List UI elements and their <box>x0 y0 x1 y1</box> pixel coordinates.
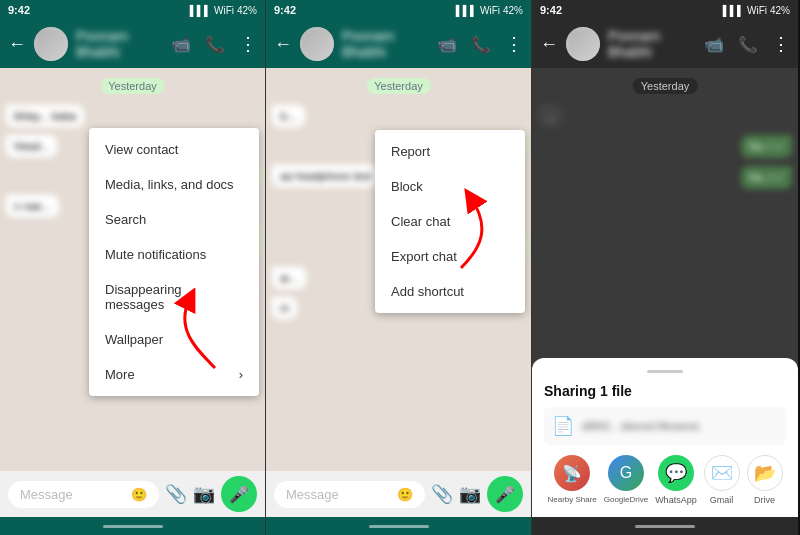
gmail-label: Gmail <box>710 495 734 505</box>
phone-icon-2[interactable]: 📞 <box>471 35 491 54</box>
menu-item-search[interactable]: Search <box>89 202 259 237</box>
menu-item-mute[interactable]: Mute notifications <box>89 237 259 272</box>
home-bar-1 <box>103 525 163 528</box>
msg-row: Na ✓✓ <box>538 132 792 161</box>
menu-item-more[interactable]: More › <box>89 357 259 392</box>
nearby-icon: 📡 <box>554 455 590 491</box>
header-icons-1: 📹 📞 ⋮ <box>171 33 257 55</box>
input-placeholder-1: Message <box>20 487 73 502</box>
message-bubble: m <box>272 297 297 319</box>
attachment-icon-2[interactable]: 📎 <box>431 483 453 505</box>
share-app-googledrive[interactable]: G GoogleDrive <box>604 455 648 505</box>
contact-name-1[interactable]: Poonam Bhabhi <box>76 28 163 60</box>
menu-item-add-shortcut[interactable]: Add shortcut <box>375 274 525 309</box>
status-bar-2: 9:42 ▌▌▌ WiFi 42% <box>266 0 531 20</box>
avatar-3[interactable] <box>566 27 600 61</box>
day-label-1: Yesterday <box>100 78 165 94</box>
input-bar-2: Message 🙂 📎 📷 🎤 <box>266 471 531 517</box>
googledrive-label: GoogleDrive <box>604 495 648 504</box>
video-call-icon-1[interactable]: 📹 <box>171 35 191 54</box>
more-vert-icon-3[interactable]: ⋮ <box>772 33 790 55</box>
menu-item-wallpaper[interactable]: Wallpaper <box>89 322 259 357</box>
status-icons-2: ▌▌▌ WiFi 42% <box>456 5 523 16</box>
wifi-icon-3: WiFi <box>747 5 767 16</box>
more-vert-icon-1[interactable]: ⋮ <box>239 33 257 55</box>
back-button-3[interactable]: ← <box>540 34 558 55</box>
share-app-whatsapp[interactable]: 💬 WhatsApp <box>655 455 697 505</box>
avatar-2[interactable] <box>300 27 334 61</box>
phone-icon-3[interactable]: 📞 <box>738 35 758 54</box>
phone-icon-1[interactable]: 📞 <box>205 35 225 54</box>
dropdown-menu-2: Report Block Clear chat Export chat Add … <box>375 130 525 313</box>
contact-name-3[interactable]: Poonam Bhabhi <box>608 28 696 60</box>
home-bar-2 <box>369 525 429 528</box>
chat-body-3: Yesterday ... Na ✓✓ Na ✓✓ Sharing 1 file… <box>532 68 798 517</box>
googledrive-icon: G <box>608 455 644 491</box>
status-icons-3: ▌▌▌ WiFi 42% <box>723 5 790 16</box>
day-label-2: Yesterday <box>366 78 431 94</box>
menu-item-report[interactable]: Report <box>375 134 525 169</box>
more-vert-icon-2[interactable]: ⋮ <box>505 33 523 55</box>
chat-body-2: Yesterday lc... an va... aa headphone te… <box>266 68 531 471</box>
message-bubble: Na ✓✓ <box>741 135 792 158</box>
message-bubble: ... <box>538 105 563 127</box>
chat-body-1: Yesterday bhlay... baba Head... an va...… <box>0 68 265 471</box>
signal-icon-2: ▌▌▌ <box>456 5 477 16</box>
time-2: 9:42 <box>274 4 296 16</box>
chat-header-1: ← Poonam Bhabhi 📹 📞 ⋮ <box>0 20 265 68</box>
share-app-nearby[interactable]: 📡 Nearby Share <box>547 455 596 505</box>
chat-header-3: ← Poonam Bhabhi 📹 📞 ⋮ <box>532 20 798 68</box>
message-bubble: bhlay... baba <box>6 105 84 127</box>
file-name: d0842... (blurred filename) <box>582 421 699 432</box>
message-input-1[interactable]: Message 🙂 <box>8 481 159 508</box>
msg-row: bhlay... baba <box>6 102 259 130</box>
input-placeholder-2: Message <box>286 487 339 502</box>
signal-icon: ▌▌▌ <box>190 5 211 16</box>
menu-item-block[interactable]: Block <box>375 169 525 204</box>
menu-item-export-chat[interactable]: Export chat <box>375 239 525 274</box>
battery-3: 42% <box>770 5 790 16</box>
message-input-2[interactable]: Message 🙂 <box>274 481 425 508</box>
signal-icon-3: ▌▌▌ <box>723 5 744 16</box>
panel-3: 9:42 ▌▌▌ WiFi 42% ← Poonam Bhabhi 📹 📞 ⋮ … <box>532 0 798 535</box>
share-apps: 📡 Nearby Share G GoogleDrive 💬 WhatsApp <box>544 455 786 505</box>
battery-1: 42% <box>237 5 257 16</box>
share-app-gmail[interactable]: ✉️ Gmail <box>704 455 740 505</box>
mic-button-1[interactable]: 🎤 <box>221 476 257 512</box>
message-bubble: Head... <box>6 135 57 157</box>
menu-item-disappearing[interactable]: Disappearing messages <box>89 272 259 322</box>
menu-item-media[interactable]: Media, links, and docs <box>89 167 259 202</box>
share-title: Sharing 1 file <box>544 383 786 399</box>
share-app-drive[interactable]: 📂 Drive <box>747 455 783 505</box>
avatar-1[interactable] <box>34 27 68 61</box>
mic-button-2[interactable]: 🎤 <box>487 476 523 512</box>
sheet-handle <box>647 370 683 373</box>
file-icon: 📄 <box>552 415 574 437</box>
camera-icon-2[interactable]: 📷 <box>459 483 481 505</box>
status-bar-1: 9:42 ▌▌▌ WiFi 42% <box>0 0 265 20</box>
attachment-icon[interactable]: 📎 <box>165 483 187 505</box>
message-bubble: Na ✓✓ <box>741 166 792 189</box>
whatsapp-icon: 💬 <box>658 455 694 491</box>
camera-icon[interactable]: 📷 <box>193 483 215 505</box>
whatsapp-label: WhatsApp <box>655 495 697 505</box>
header-icons-3: 📹 📞 ⋮ <box>704 33 790 55</box>
back-button-2[interactable]: ← <box>274 34 292 55</box>
menu-item-view-contact[interactable]: View contact <box>89 132 259 167</box>
gmail-icon: ✉️ <box>704 455 740 491</box>
share-sheet: Sharing 1 file 📄 d0842... (blurred filen… <box>532 358 798 517</box>
video-call-icon-3[interactable]: 📹 <box>704 35 724 54</box>
emoji-icon: 🙂 <box>131 487 147 502</box>
status-bar-3: 9:42 ▌▌▌ WiFi 42% <box>532 0 798 20</box>
menu-item-clear-chat[interactable]: Clear chat <box>375 204 525 239</box>
panel-1: 9:42 ▌▌▌ WiFi 42% ← Poonam Bhabhi 📹 📞 ⋮ … <box>0 0 266 535</box>
contact-name-2[interactable]: Poonam Bhabhi <box>342 28 429 60</box>
home-indicator-2 <box>266 517 531 535</box>
back-button-1[interactable]: ← <box>8 34 26 55</box>
panel-2: 9:42 ▌▌▌ WiFi 42% ← Poonam Bhabhi 📹 📞 ⋮ … <box>266 0 532 535</box>
message-bubble: ai... <box>272 267 306 289</box>
msg-row: ... <box>538 102 792 130</box>
header-icons-2: 📹 📞 ⋮ <box>437 33 523 55</box>
video-call-icon-2[interactable]: 📹 <box>437 35 457 54</box>
dropdown-menu-1: View contact Media, links, and docs Sear… <box>89 128 259 396</box>
